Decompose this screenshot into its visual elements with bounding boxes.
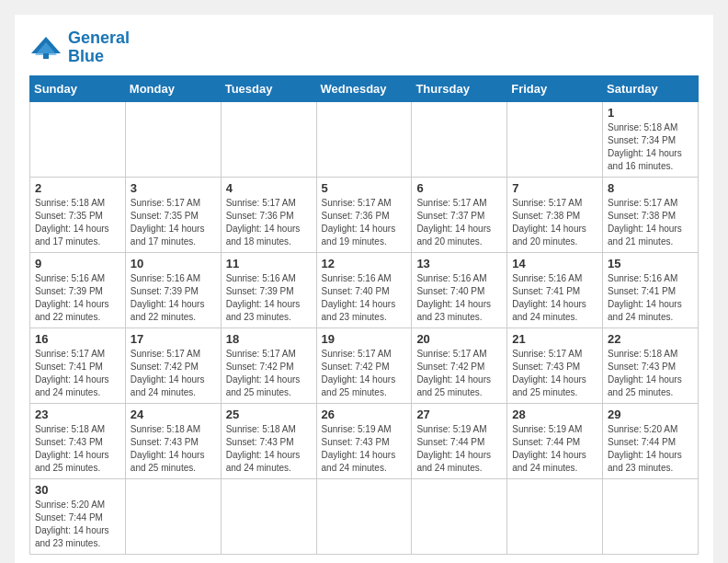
- weekday-header: Saturday: [603, 75, 699, 101]
- cell-info: Sunrise: 5:17 AM Sunset: 7:38 PM Dayligh…: [608, 197, 693, 248]
- calendar-cell: 6Sunrise: 5:17 AM Sunset: 7:37 PM Daylig…: [412, 177, 507, 252]
- calendar-cell: 22Sunrise: 5:18 AM Sunset: 7:43 PM Dayli…: [603, 327, 699, 403]
- calendar-cell: [316, 101, 412, 177]
- cell-info: Sunrise: 5:17 AM Sunset: 7:35 PM Dayligh…: [131, 197, 216, 248]
- day-number: 22: [608, 332, 693, 346]
- calendar-cell: [316, 478, 412, 554]
- day-number: 26: [322, 408, 407, 421]
- day-number: 14: [512, 257, 597, 270]
- calendar-cell: 20Sunrise: 5:17 AM Sunset: 7:42 PM Dayli…: [412, 327, 507, 403]
- logo: General Blue: [29, 29, 130, 66]
- day-number: 13: [416, 257, 502, 270]
- calendar-cell: 17Sunrise: 5:17 AM Sunset: 7:42 PM Dayli…: [125, 327, 221, 403]
- week-row: 9Sunrise: 5:16 AM Sunset: 7:39 PM Daylig…: [30, 252, 699, 327]
- calendar-cell: 15Sunrise: 5:16 AM Sunset: 7:41 PM Dayli…: [603, 252, 699, 327]
- calendar-cell: 9Sunrise: 5:16 AM Sunset: 7:39 PM Daylig…: [30, 252, 126, 327]
- day-number: 23: [35, 408, 120, 421]
- day-number: 25: [226, 408, 312, 421]
- cell-info: Sunrise: 5:20 AM Sunset: 7:44 PM Dayligh…: [608, 423, 693, 475]
- day-number: 4: [226, 181, 312, 195]
- day-number: 19: [322, 332, 407, 346]
- day-number: 11: [226, 257, 312, 270]
- calendar-cell: 13Sunrise: 5:16 AM Sunset: 7:40 PM Dayli…: [412, 252, 507, 327]
- day-number: 28: [512, 408, 597, 421]
- day-number: 24: [131, 408, 216, 421]
- cell-info: Sunrise: 5:17 AM Sunset: 7:42 PM Dayligh…: [131, 348, 216, 399]
- logo-icon: [29, 35, 63, 61]
- cell-info: Sunrise: 5:18 AM Sunset: 7:43 PM Dayligh…: [608, 348, 693, 399]
- calendar-cell: 3Sunrise: 5:17 AM Sunset: 7:35 PM Daylig…: [125, 177, 221, 252]
- cell-info: Sunrise: 5:16 AM Sunset: 7:40 PM Dayligh…: [322, 272, 407, 324]
- cell-info: Sunrise: 5:18 AM Sunset: 7:43 PM Dayligh…: [226, 423, 312, 475]
- day-number: 17: [131, 332, 216, 346]
- weekday-header: Friday: [507, 75, 603, 101]
- day-number: 10: [131, 257, 216, 270]
- calendar-cell: 30Sunrise: 5:20 AM Sunset: 7:44 PM Dayli…: [30, 478, 126, 554]
- calendar-cell: 16Sunrise: 5:17 AM Sunset: 7:41 PM Dayli…: [30, 327, 126, 403]
- calendar-cell: 2Sunrise: 5:18 AM Sunset: 7:35 PM Daylig…: [30, 177, 126, 252]
- day-number: 15: [608, 257, 693, 270]
- weekday-header: Wednesday: [316, 75, 412, 101]
- cell-info: Sunrise: 5:19 AM Sunset: 7:43 PM Dayligh…: [322, 423, 407, 475]
- cell-info: Sunrise: 5:18 AM Sunset: 7:43 PM Dayligh…: [35, 423, 120, 475]
- cell-info: Sunrise: 5:17 AM Sunset: 7:37 PM Dayligh…: [416, 197, 502, 248]
- cell-info: Sunrise: 5:17 AM Sunset: 7:36 PM Dayligh…: [226, 197, 312, 248]
- calendar-cell: 12Sunrise: 5:16 AM Sunset: 7:40 PM Dayli…: [316, 252, 412, 327]
- weekday-header: Thursday: [412, 75, 507, 101]
- day-number: 9: [35, 257, 120, 270]
- cell-info: Sunrise: 5:17 AM Sunset: 7:43 PM Dayligh…: [512, 348, 597, 399]
- day-number: 5: [322, 181, 407, 195]
- calendar-table: SundayMondayTuesdayWednesdayThursdayFrid…: [29, 75, 699, 555]
- cell-info: Sunrise: 5:17 AM Sunset: 7:36 PM Dayligh…: [322, 197, 407, 248]
- header: General Blue: [29, 29, 699, 66]
- day-number: 21: [512, 332, 597, 346]
- cell-info: Sunrise: 5:19 AM Sunset: 7:44 PM Dayligh…: [416, 423, 502, 475]
- day-number: 12: [322, 257, 407, 270]
- calendar-cell: 19Sunrise: 5:17 AM Sunset: 7:42 PM Dayli…: [316, 327, 412, 403]
- day-number: 18: [226, 332, 312, 346]
- cell-info: Sunrise: 5:18 AM Sunset: 7:35 PM Dayligh…: [35, 197, 120, 248]
- cell-info: Sunrise: 5:20 AM Sunset: 7:44 PM Dayligh…: [35, 499, 120, 550]
- calendar-cell: 18Sunrise: 5:17 AM Sunset: 7:42 PM Dayli…: [221, 327, 316, 403]
- cell-info: Sunrise: 5:17 AM Sunset: 7:42 PM Dayligh…: [416, 348, 502, 399]
- calendar-cell: [603, 478, 699, 554]
- day-number: 3: [131, 181, 216, 195]
- calendar-cell: 23Sunrise: 5:18 AM Sunset: 7:43 PM Dayli…: [30, 403, 126, 478]
- day-number: 27: [416, 408, 502, 421]
- calendar-cell: [30, 101, 126, 177]
- calendar-cell: 5Sunrise: 5:17 AM Sunset: 7:36 PM Daylig…: [316, 177, 412, 252]
- calendar-cell: [221, 101, 316, 177]
- day-number: 6: [416, 181, 502, 195]
- cell-info: Sunrise: 5:16 AM Sunset: 7:39 PM Dayligh…: [226, 272, 312, 324]
- calendar-cell: 1Sunrise: 5:18 AM Sunset: 7:34 PM Daylig…: [603, 101, 699, 177]
- calendar-cell: 27Sunrise: 5:19 AM Sunset: 7:44 PM Dayli…: [412, 403, 507, 478]
- cell-info: Sunrise: 5:19 AM Sunset: 7:44 PM Dayligh…: [512, 423, 597, 475]
- week-row: 1Sunrise: 5:18 AM Sunset: 7:34 PM Daylig…: [30, 101, 699, 177]
- calendar-cell: 24Sunrise: 5:18 AM Sunset: 7:43 PM Dayli…: [125, 403, 221, 478]
- calendar-cell: 14Sunrise: 5:16 AM Sunset: 7:41 PM Dayli…: [507, 252, 603, 327]
- calendar-cell: 21Sunrise: 5:17 AM Sunset: 7:43 PM Dayli…: [507, 327, 603, 403]
- calendar-cell: 10Sunrise: 5:16 AM Sunset: 7:39 PM Dayli…: [125, 252, 221, 327]
- calendar-cell: 29Sunrise: 5:20 AM Sunset: 7:44 PM Dayli…: [603, 403, 699, 478]
- cell-info: Sunrise: 5:16 AM Sunset: 7:41 PM Dayligh…: [608, 272, 693, 324]
- cell-info: Sunrise: 5:16 AM Sunset: 7:41 PM Dayligh…: [512, 272, 597, 324]
- svg-rect-2: [43, 53, 49, 59]
- calendar-cell: [221, 478, 316, 554]
- calendar-page: General Blue SundayMondayTuesdayWednesda…: [15, 15, 713, 563]
- week-row: 30Sunrise: 5:20 AM Sunset: 7:44 PM Dayli…: [30, 478, 699, 554]
- week-row: 23Sunrise: 5:18 AM Sunset: 7:43 PM Dayli…: [30, 403, 699, 478]
- weekday-header-row: SundayMondayTuesdayWednesdayThursdayFrid…: [30, 75, 699, 101]
- calendar-cell: 7Sunrise: 5:17 AM Sunset: 7:38 PM Daylig…: [507, 177, 603, 252]
- calendar-cell: [125, 478, 221, 554]
- day-number: 30: [35, 483, 120, 497]
- day-number: 2: [35, 181, 120, 195]
- calendar-cell: 26Sunrise: 5:19 AM Sunset: 7:43 PM Dayli…: [316, 403, 412, 478]
- cell-info: Sunrise: 5:17 AM Sunset: 7:42 PM Dayligh…: [226, 348, 312, 399]
- weekday-header: Monday: [125, 75, 221, 101]
- calendar-cell: 11Sunrise: 5:16 AM Sunset: 7:39 PM Dayli…: [221, 252, 316, 327]
- cell-info: Sunrise: 5:18 AM Sunset: 7:34 PM Dayligh…: [608, 121, 693, 173]
- day-number: 29: [608, 408, 693, 421]
- logo-text: General Blue: [68, 29, 130, 66]
- cell-info: Sunrise: 5:17 AM Sunset: 7:41 PM Dayligh…: [35, 348, 120, 399]
- calendar-cell: [507, 101, 603, 177]
